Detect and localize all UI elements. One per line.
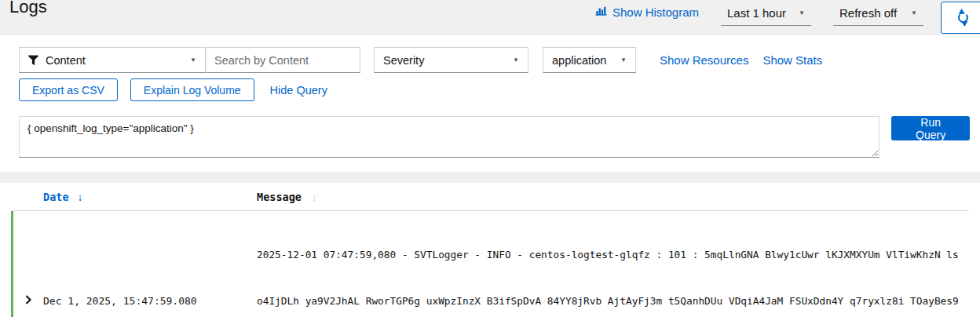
log-message-line: o4IjDLh ya9V2JhAL RworTGP6g uxWpzInzX B3…	[257, 293, 969, 309]
page-header: Logs Show Histogram Last 1 hour ▼ Refres…	[0, 0, 980, 35]
severity-dropdown-value: Severity	[383, 54, 424, 67]
sync-icon	[958, 13, 968, 23]
column-header-date[interactable]: Date ↓	[43, 191, 257, 203]
message-column-label: Message	[257, 191, 302, 203]
filter-attribute-dropdown[interactable]: Content ▼	[19, 47, 206, 73]
query-input[interactable]: { openshift_log_type="application" }	[19, 116, 879, 158]
filter-toolbar: Content ▼ Severity ▼ application ▼ Show …	[19, 47, 970, 73]
sort-unsorted-icon: ↕	[312, 191, 317, 203]
show-histogram-button[interactable]: Show Histogram	[595, 5, 699, 19]
refresh-button[interactable]	[941, 2, 980, 34]
chevron-down-icon: ▼	[620, 56, 627, 64]
time-range-select[interactable]: Last 1 hour ▼	[721, 2, 811, 26]
run-query-button[interactable]: Run Query	[891, 116, 970, 140]
severity-dropdown[interactable]: Severity ▼	[374, 47, 528, 73]
filter-links: Show Resources Show Stats	[660, 53, 822, 67]
header-controls: Show Histogram Last 1 hour ▼ Refresh off…	[595, 2, 980, 34]
log-date: Dec 1, 2025, 15:47:59.080	[43, 217, 257, 317]
histogram-icon	[595, 5, 607, 19]
tenant-dropdown-value: application	[552, 54, 606, 67]
query-actions: Export as CSV Explain Log Volume Hide Qu…	[19, 78, 970, 101]
date-column-label: Date	[43, 191, 69, 203]
chevron-down-icon: ▼	[513, 56, 519, 64]
filter-attribute-value: Content	[46, 54, 183, 67]
hide-query-link[interactable]: Hide Query	[270, 84, 327, 97]
tenant-dropdown[interactable]: application ▼	[543, 47, 636, 73]
query-editor-row: { openshift_log_type="application" } Run…	[19, 116, 970, 158]
refresh-interval-select[interactable]: Refresh off ▼	[833, 2, 923, 26]
chevron-down-icon: ▼	[799, 9, 805, 16]
show-stats-link[interactable]: Show Stats	[762, 53, 822, 67]
log-message-line: 2025-12-01 07:47:59,080 - SVTLogger - IN…	[257, 247, 969, 263]
logs-table-header: Date ↓ Message ↕	[11, 183, 969, 211]
explain-log-volume-button[interactable]: Explain Log Volume	[130, 78, 254, 101]
sort-descending-icon: ↓	[78, 191, 83, 203]
chevron-down-icon: ▼	[911, 9, 917, 16]
search-input[interactable]	[206, 47, 360, 73]
log-table-row: Dec 1, 2025, 15:47:59.080 2025-12-01 07:…	[11, 211, 969, 317]
page-title: Logs	[9, 0, 47, 16]
show-resources-link[interactable]: Show Resources	[660, 53, 748, 67]
expand-row-button[interactable]	[13, 217, 43, 317]
log-message: 2025-12-01 07:47:59,080 - SVTLogger - IN…	[257, 217, 969, 317]
filter-icon	[28, 55, 38, 65]
query-panel: Content ▼ Severity ▼ application ▼ Show …	[0, 35, 980, 172]
refresh-interval-value: Refresh off	[839, 6, 897, 20]
chevron-right-icon	[25, 294, 31, 307]
chevron-down-icon: ▼	[190, 56, 196, 64]
time-range-value: Last 1 hour	[727, 6, 786, 20]
export-csv-button[interactable]: Export as CSV	[19, 78, 118, 101]
show-histogram-label: Show Histogram	[612, 5, 699, 19]
logs-table-panel: Date ↓ Message ↕ Dec 1, 2025, 15:47:59.0…	[0, 183, 980, 317]
column-header-message[interactable]: Message ↕	[257, 191, 969, 203]
